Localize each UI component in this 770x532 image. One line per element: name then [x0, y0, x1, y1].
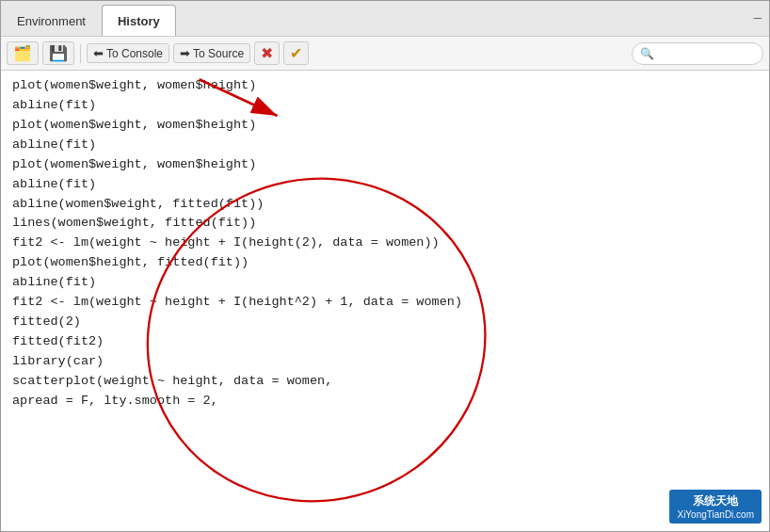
- code-line[interactable]: abline(fit): [12, 273, 758, 293]
- code-area[interactable]: plot(women$weight, women$height)abline(f…: [1, 71, 769, 531]
- window-minimize[interactable]: ─: [753, 8, 762, 25]
- code-line[interactable]: apread = F, lty.smooth = 2,: [12, 392, 758, 411]
- content-wrapper: plot(women$weight, women$height)abline(f…: [1, 71, 769, 531]
- watermark: 系统天地 XiYongTianDi.com: [669, 490, 762, 524]
- delete-button[interactable]: ✖: [254, 41, 280, 65]
- load-button[interactable]: 🗂️: [7, 41, 39, 65]
- run-button[interactable]: ✔: [283, 41, 309, 65]
- code-line[interactable]: fit2 <- lm(weight ~ height + I(height(2)…: [12, 234, 758, 253]
- code-line[interactable]: fit2 <- lm(weight ~ height + I(height^2)…: [12, 293, 758, 313]
- code-line[interactable]: plot(women$height, fitted(fit)): [12, 253, 758, 273]
- code-line[interactable]: fitted(fit2): [12, 332, 758, 352]
- save-button[interactable]: 💾: [42, 41, 74, 65]
- code-line[interactable]: fitted(2): [12, 313, 758, 332]
- run-icon: ✔: [290, 44, 302, 62]
- tab-bar: Environment History ─: [1, 1, 769, 37]
- to-console-icon: ⬅: [93, 46, 104, 60]
- code-line[interactable]: abline(fit): [12, 175, 758, 195]
- toolbar: 🗂️ 💾 ⬅ To Console ➡ To Source ✖ ✔ 🔍: [1, 37, 769, 71]
- code-line[interactable]: plot(women$weight, women$height): [12, 116, 758, 136]
- to-source-button[interactable]: ➡ To Source: [173, 43, 250, 63]
- search-box[interactable]: 🔍: [632, 42, 763, 65]
- separator-1: [80, 44, 81, 63]
- code-line[interactable]: abline(fit): [12, 96, 758, 116]
- load-icon: 🗂️: [13, 44, 32, 62]
- code-line[interactable]: abline(women$weight, fitted(fit)): [12, 195, 758, 215]
- to-console-button[interactable]: ⬅ To Console: [87, 43, 169, 63]
- code-line[interactable]: lines(women$weight, fitted(fit)): [12, 214, 758, 234]
- code-line[interactable]: abline(fit): [12, 136, 758, 155]
- code-line[interactable]: plot(women$weight, women$height): [12, 76, 758, 96]
- save-icon: 💾: [49, 44, 68, 62]
- search-icon: 🔍: [640, 47, 654, 60]
- code-line[interactable]: library(car): [12, 352, 758, 372]
- tab-environment[interactable]: Environment: [1, 5, 102, 36]
- main-window: Environment History ─ 🗂️ 💾 ⬅ To Console …: [0, 0, 770, 532]
- search-input[interactable]: [658, 47, 762, 60]
- tab-history[interactable]: History: [102, 5, 176, 36]
- code-line[interactable]: scatterplot(weight ~ height, data = wome…: [12, 372, 758, 392]
- code-line[interactable]: plot(women$weight, women$height): [12, 155, 758, 175]
- to-source-icon: ➡: [180, 46, 190, 60]
- delete-icon: ✖: [261, 44, 273, 62]
